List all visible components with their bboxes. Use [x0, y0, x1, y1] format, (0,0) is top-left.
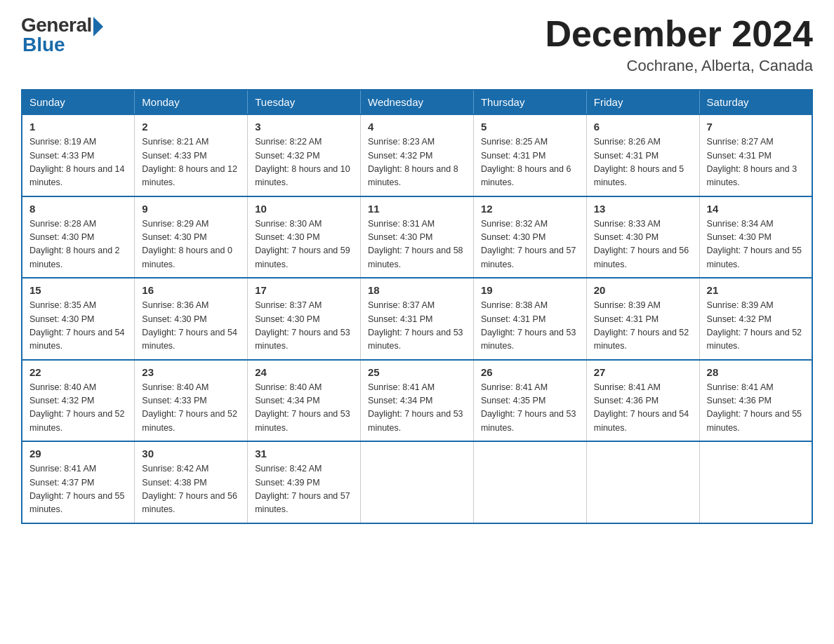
header-monday: Monday [135, 90, 248, 114]
day-number: 24 [255, 366, 353, 378]
calendar-subtitle: Cochrane, Alberta, Canada [545, 57, 813, 75]
week-row-3: 15 Sunrise: 8:35 AM Sunset: 4:30 PM Dayl… [22, 278, 812, 360]
day-info: Sunrise: 8:26 AM Sunset: 4:31 PM Dayligh… [594, 135, 692, 190]
day-info: Sunrise: 8:33 AM Sunset: 4:30 PM Dayligh… [594, 217, 692, 272]
calendar-title: December 2024 [545, 14, 813, 54]
day-info: Sunrise: 8:40 AM Sunset: 4:34 PM Dayligh… [255, 381, 353, 436]
day-number: 3 [255, 121, 353, 133]
week-row-2: 8 Sunrise: 8:28 AM Sunset: 4:30 PM Dayli… [22, 196, 812, 279]
day-cell: 13 Sunrise: 8:33 AM Sunset: 4:30 PM Dayl… [586, 196, 699, 279]
day-number: 16 [142, 284, 240, 296]
day-cell: 30 Sunrise: 8:42 AM Sunset: 4:38 PM Dayl… [135, 441, 248, 523]
day-info: Sunrise: 8:38 AM Sunset: 4:31 PM Dayligh… [481, 299, 579, 354]
day-info: Sunrise: 8:25 AM Sunset: 4:31 PM Dayligh… [481, 135, 579, 190]
day-info: Sunrise: 8:41 AM Sunset: 4:36 PM Dayligh… [594, 381, 692, 436]
day-number: 10 [255, 203, 353, 215]
day-number: 22 [29, 366, 127, 378]
day-number: 1 [29, 121, 127, 133]
day-info: Sunrise: 8:41 AM Sunset: 4:34 PM Dayligh… [368, 381, 466, 436]
day-cell: 31 Sunrise: 8:42 AM Sunset: 4:39 PM Dayl… [248, 441, 361, 523]
title-block: December 2024 Cochrane, Alberta, Canada [545, 14, 813, 75]
day-info: Sunrise: 8:32 AM Sunset: 4:30 PM Dayligh… [481, 217, 579, 272]
day-info: Sunrise: 8:42 AM Sunset: 4:39 PM Dayligh… [255, 462, 353, 517]
header-saturday: Saturday [699, 90, 812, 114]
day-number: 12 [481, 203, 579, 215]
day-cell: 28 Sunrise: 8:41 AM Sunset: 4:36 PM Dayl… [699, 360, 812, 442]
day-info: Sunrise: 8:22 AM Sunset: 4:32 PM Dayligh… [255, 135, 353, 190]
day-cell: 6 Sunrise: 8:26 AM Sunset: 4:31 PM Dayli… [586, 114, 699, 196]
day-info: Sunrise: 8:31 AM Sunset: 4:30 PM Dayligh… [368, 217, 466, 272]
day-number: 18 [368, 284, 466, 296]
day-number: 2 [142, 121, 240, 133]
day-cell: 15 Sunrise: 8:35 AM Sunset: 4:30 PM Dayl… [22, 278, 135, 360]
week-row-5: 29 Sunrise: 8:41 AM Sunset: 4:37 PM Dayl… [22, 441, 812, 523]
day-cell: 21 Sunrise: 8:39 AM Sunset: 4:32 PM Dayl… [699, 278, 812, 360]
week-row-4: 22 Sunrise: 8:40 AM Sunset: 4:32 PM Dayl… [22, 360, 812, 442]
header-thursday: Thursday [473, 90, 586, 114]
calendar-body: 1 Sunrise: 8:19 AM Sunset: 4:33 PM Dayli… [22, 114, 812, 523]
day-info: Sunrise: 8:39 AM Sunset: 4:32 PM Dayligh… [707, 299, 805, 354]
day-info: Sunrise: 8:41 AM Sunset: 4:37 PM Dayligh… [29, 462, 127, 517]
header-tuesday: Tuesday [248, 90, 361, 114]
header-friday: Friday [586, 90, 699, 114]
day-cell: 18 Sunrise: 8:37 AM Sunset: 4:31 PM Dayl… [361, 278, 474, 360]
day-info: Sunrise: 8:28 AM Sunset: 4:30 PM Dayligh… [29, 217, 127, 272]
day-cell: 9 Sunrise: 8:29 AM Sunset: 4:30 PM Dayli… [135, 196, 248, 279]
day-info: Sunrise: 8:41 AM Sunset: 4:35 PM Dayligh… [481, 381, 579, 436]
day-info: Sunrise: 8:36 AM Sunset: 4:30 PM Dayligh… [142, 299, 240, 354]
day-number: 21 [707, 284, 805, 296]
day-cell: 14 Sunrise: 8:34 AM Sunset: 4:30 PM Dayl… [699, 196, 812, 279]
day-cell [473, 441, 586, 523]
day-info: Sunrise: 8:39 AM Sunset: 4:31 PM Dayligh… [594, 299, 692, 354]
day-cell: 10 Sunrise: 8:30 AM Sunset: 4:30 PM Dayl… [248, 196, 361, 279]
day-number: 14 [707, 203, 805, 215]
day-info: Sunrise: 8:40 AM Sunset: 4:32 PM Dayligh… [29, 381, 127, 436]
day-info: Sunrise: 8:29 AM Sunset: 4:30 PM Dayligh… [142, 217, 240, 272]
day-cell: 1 Sunrise: 8:19 AM Sunset: 4:33 PM Dayli… [22, 114, 135, 196]
day-cell: 26 Sunrise: 8:41 AM Sunset: 4:35 PM Dayl… [473, 360, 586, 442]
day-number: 29 [29, 448, 127, 459]
day-cell: 17 Sunrise: 8:37 AM Sunset: 4:30 PM Dayl… [248, 278, 361, 360]
day-cell: 27 Sunrise: 8:41 AM Sunset: 4:36 PM Dayl… [586, 360, 699, 442]
day-info: Sunrise: 8:41 AM Sunset: 4:36 PM Dayligh… [707, 381, 805, 436]
day-cell: 12 Sunrise: 8:32 AM Sunset: 4:30 PM Dayl… [473, 196, 586, 279]
day-info: Sunrise: 8:42 AM Sunset: 4:38 PM Dayligh… [142, 462, 240, 517]
day-info: Sunrise: 8:37 AM Sunset: 4:31 PM Dayligh… [368, 299, 466, 354]
day-number: 7 [707, 121, 805, 133]
day-cell: 5 Sunrise: 8:25 AM Sunset: 4:31 PM Dayli… [473, 114, 586, 196]
day-info: Sunrise: 8:34 AM Sunset: 4:30 PM Dayligh… [707, 217, 805, 272]
day-cell: 7 Sunrise: 8:27 AM Sunset: 4:31 PM Dayli… [699, 114, 812, 196]
day-number: 15 [29, 284, 127, 296]
day-number: 6 [594, 121, 692, 133]
page-header: General Blue December 2024 Cochrane, Alb… [21, 14, 813, 75]
header-sunday: Sunday [22, 90, 135, 114]
day-cell [699, 441, 812, 523]
day-number: 27 [594, 366, 692, 378]
day-cell: 29 Sunrise: 8:41 AM Sunset: 4:37 PM Dayl… [22, 441, 135, 523]
header-row: Sunday Monday Tuesday Wednesday Thursday… [22, 90, 812, 114]
day-number: 30 [142, 448, 240, 459]
day-info: Sunrise: 8:23 AM Sunset: 4:32 PM Dayligh… [368, 135, 466, 190]
day-info: Sunrise: 8:37 AM Sunset: 4:30 PM Dayligh… [255, 299, 353, 354]
day-cell [361, 441, 474, 523]
day-cell [586, 441, 699, 523]
day-cell: 8 Sunrise: 8:28 AM Sunset: 4:30 PM Dayli… [22, 196, 135, 279]
day-info: Sunrise: 8:27 AM Sunset: 4:31 PM Dayligh… [707, 135, 805, 190]
header-wednesday: Wednesday [361, 90, 474, 114]
logo-blue-text: Blue [22, 34, 65, 56]
day-info: Sunrise: 8:19 AM Sunset: 4:33 PM Dayligh… [29, 135, 127, 190]
day-cell: 16 Sunrise: 8:36 AM Sunset: 4:30 PM Dayl… [135, 278, 248, 360]
day-number: 13 [594, 203, 692, 215]
day-number: 17 [255, 284, 353, 296]
day-info: Sunrise: 8:30 AM Sunset: 4:30 PM Dayligh… [255, 217, 353, 272]
day-number: 20 [594, 284, 692, 296]
day-cell: 24 Sunrise: 8:40 AM Sunset: 4:34 PM Dayl… [248, 360, 361, 442]
day-number: 19 [481, 284, 579, 296]
logo-arrow-icon [93, 17, 103, 36]
day-cell: 19 Sunrise: 8:38 AM Sunset: 4:31 PM Dayl… [473, 278, 586, 360]
day-number: 4 [368, 121, 466, 133]
day-number: 9 [142, 203, 240, 215]
day-number: 31 [255, 448, 353, 459]
logo: General Blue [21, 14, 103, 56]
day-cell: 4 Sunrise: 8:23 AM Sunset: 4:32 PM Dayli… [361, 114, 474, 196]
